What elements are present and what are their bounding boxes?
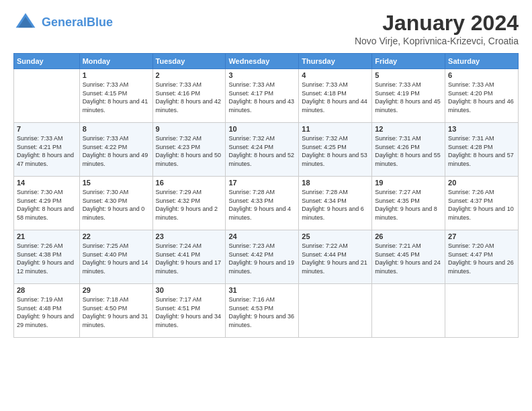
- calendar-cell: [299, 284, 372, 338]
- week-row-1: 1Sunrise: 7:33 AMSunset: 4:15 PMDaylight…: [14, 69, 519, 123]
- calendar-cell: 5Sunrise: 7:33 AMSunset: 4:19 PMDaylight…: [372, 69, 445, 123]
- day-info: Sunrise: 7:31 AMSunset: 4:28 PMDaylight:…: [448, 134, 515, 168]
- calendar-cell: 8Sunrise: 7:33 AMSunset: 4:22 PMDaylight…: [79, 123, 152, 177]
- calendar-cell: 1Sunrise: 7:33 AMSunset: 4:15 PMDaylight…: [79, 69, 152, 123]
- day-number: 28: [17, 286, 77, 294]
- day-info: Sunrise: 7:26 AMSunset: 4:37 PMDaylight:…: [448, 188, 515, 222]
- page: GeneralBlue January 2024 Novo Virje, Kop…: [0, 0, 532, 345]
- day-number: 20: [448, 179, 515, 187]
- day-number: 4: [302, 71, 369, 79]
- logo: GeneralBlue: [13, 11, 113, 35]
- weekday-header-tuesday: Tuesday: [152, 54, 226, 69]
- calendar-cell: 29Sunrise: 7:18 AMSunset: 4:50 PMDayligh…: [79, 284, 152, 338]
- day-number: 23: [156, 232, 223, 240]
- calendar-cell: 3Sunrise: 7:33 AMSunset: 4:17 PMDaylight…: [226, 69, 299, 123]
- logo-icon: [13, 11, 38, 35]
- calendar-cell: 18Sunrise: 7:28 AMSunset: 4:34 PMDayligh…: [299, 177, 372, 230]
- day-info: Sunrise: 7:23 AMSunset: 4:42 PMDaylight:…: [228, 242, 296, 275]
- day-number: 21: [17, 232, 77, 240]
- day-number: 16: [156, 179, 223, 187]
- week-row-5: 28Sunrise: 7:19 AMSunset: 4:48 PMDayligh…: [14, 284, 519, 338]
- day-info: Sunrise: 7:30 AMSunset: 4:30 PMDaylight:…: [83, 188, 150, 222]
- day-info: Sunrise: 7:33 AMSunset: 4:16 PMDaylight:…: [156, 81, 223, 114]
- calendar-cell: 14Sunrise: 7:30 AMSunset: 4:29 PMDayligh…: [14, 177, 80, 230]
- weekday-header-thursday: Thursday: [299, 54, 372, 69]
- day-number: 11: [302, 125, 369, 133]
- calendar-cell: 24Sunrise: 7:23 AMSunset: 4:42 PMDayligh…: [226, 230, 299, 284]
- day-info: Sunrise: 7:24 AMSunset: 4:41 PMDaylight:…: [156, 242, 223, 275]
- weekday-header-saturday: Saturday: [445, 54, 519, 69]
- day-info: Sunrise: 7:32 AMSunset: 4:23 PMDaylight:…: [156, 134, 223, 168]
- calendar-cell: 15Sunrise: 7:30 AMSunset: 4:30 PMDayligh…: [79, 177, 152, 230]
- day-number: 18: [302, 179, 369, 187]
- day-number: 29: [83, 286, 150, 294]
- day-number: 15: [83, 179, 150, 187]
- day-info: Sunrise: 7:18 AMSunset: 4:50 PMDaylight:…: [83, 295, 150, 329]
- weekday-header-wednesday: Wednesday: [226, 54, 299, 69]
- logo-text: GeneralBlue: [42, 15, 113, 30]
- day-info: Sunrise: 7:22 AMSunset: 4:44 PMDaylight:…: [302, 242, 369, 275]
- calendar-cell: 21Sunrise: 7:26 AMSunset: 4:38 PMDayligh…: [14, 230, 80, 284]
- calendar-cell: 17Sunrise: 7:28 AMSunset: 4:33 PMDayligh…: [226, 177, 299, 230]
- logo-general: General: [42, 15, 87, 29]
- weekday-header-sunday: Sunday: [14, 54, 80, 69]
- calendar-cell: 10Sunrise: 7:32 AMSunset: 4:24 PMDayligh…: [226, 123, 299, 177]
- day-info: Sunrise: 7:33 AMSunset: 4:22 PMDaylight:…: [83, 134, 150, 168]
- day-info: Sunrise: 7:28 AMSunset: 4:34 PMDaylight:…: [302, 188, 369, 222]
- day-number: 5: [375, 71, 442, 79]
- day-number: 31: [228, 286, 296, 294]
- calendar-cell: 31Sunrise: 7:16 AMSunset: 4:53 PMDayligh…: [226, 284, 299, 338]
- day-number: 1: [83, 71, 150, 79]
- week-row-2: 7Sunrise: 7:33 AMSunset: 4:21 PMDaylight…: [14, 123, 519, 177]
- day-number: 7: [17, 125, 77, 133]
- day-info: Sunrise: 7:31 AMSunset: 4:26 PMDaylight:…: [375, 134, 442, 168]
- day-number: 9: [156, 125, 223, 133]
- day-number: 8: [83, 125, 150, 133]
- calendar-cell: 2Sunrise: 7:33 AMSunset: 4:16 PMDaylight…: [152, 69, 226, 123]
- calendar-cell: 12Sunrise: 7:31 AMSunset: 4:26 PMDayligh…: [372, 123, 445, 177]
- calendar-cell: 13Sunrise: 7:31 AMSunset: 4:28 PMDayligh…: [445, 123, 519, 177]
- day-info: Sunrise: 7:33 AMSunset: 4:15 PMDaylight:…: [83, 81, 150, 114]
- day-info: Sunrise: 7:33 AMSunset: 4:18 PMDaylight:…: [302, 81, 369, 114]
- calendar-cell: 27Sunrise: 7:20 AMSunset: 4:47 PMDayligh…: [445, 230, 519, 284]
- calendar-cell: 19Sunrise: 7:27 AMSunset: 4:35 PMDayligh…: [372, 177, 445, 230]
- day-number: 27: [448, 232, 515, 240]
- day-number: 26: [375, 232, 442, 240]
- day-number: 3: [228, 71, 296, 79]
- title-area: January 2024 Novo Virje, Koprivnica-Kriz…: [355, 11, 519, 46]
- day-info: Sunrise: 7:26 AMSunset: 4:38 PMDaylight:…: [17, 242, 77, 275]
- calendar-cell: 22Sunrise: 7:25 AMSunset: 4:40 PMDayligh…: [79, 230, 152, 284]
- calendar-cell: 4Sunrise: 7:33 AMSunset: 4:18 PMDaylight…: [299, 69, 372, 123]
- logo-blue: Blue: [87, 15, 113, 29]
- calendar-cell: [14, 69, 80, 123]
- header: GeneralBlue January 2024 Novo Virje, Kop…: [13, 11, 519, 46]
- calendar-cell: 20Sunrise: 7:26 AMSunset: 4:37 PMDayligh…: [445, 177, 519, 230]
- day-number: 19: [375, 179, 442, 187]
- calendar-cell: 23Sunrise: 7:24 AMSunset: 4:41 PMDayligh…: [152, 230, 226, 284]
- day-info: Sunrise: 7:25 AMSunset: 4:40 PMDaylight:…: [83, 242, 150, 275]
- calendar-cell: 6Sunrise: 7:33 AMSunset: 4:20 PMDaylight…: [445, 69, 519, 123]
- calendar-cell: 30Sunrise: 7:17 AMSunset: 4:51 PMDayligh…: [152, 284, 226, 338]
- day-info: Sunrise: 7:33 AMSunset: 4:21 PMDaylight:…: [17, 134, 77, 168]
- calendar-cell: 25Sunrise: 7:22 AMSunset: 4:44 PMDayligh…: [299, 230, 372, 284]
- calendar-cell: 7Sunrise: 7:33 AMSunset: 4:21 PMDaylight…: [14, 123, 80, 177]
- calendar-table: SundayMondayTuesdayWednesdayThursdayFrid…: [13, 53, 519, 338]
- calendar-cell: 11Sunrise: 7:32 AMSunset: 4:25 PMDayligh…: [299, 123, 372, 177]
- day-info: Sunrise: 7:33 AMSunset: 4:19 PMDaylight:…: [375, 81, 442, 114]
- day-number: 30: [156, 286, 223, 294]
- day-number: 24: [228, 232, 296, 240]
- day-info: Sunrise: 7:17 AMSunset: 4:51 PMDaylight:…: [156, 295, 223, 329]
- calendar-cell: 28Sunrise: 7:19 AMSunset: 4:48 PMDayligh…: [14, 284, 80, 338]
- month-title: January 2024: [355, 11, 519, 36]
- weekday-header-monday: Monday: [79, 54, 152, 69]
- day-number: 12: [375, 125, 442, 133]
- day-number: 10: [228, 125, 296, 133]
- calendar-cell: 26Sunrise: 7:21 AMSunset: 4:45 PMDayligh…: [372, 230, 445, 284]
- week-row-4: 21Sunrise: 7:26 AMSunset: 4:38 PMDayligh…: [14, 230, 519, 284]
- day-info: Sunrise: 7:21 AMSunset: 4:45 PMDaylight:…: [375, 242, 442, 275]
- day-info: Sunrise: 7:19 AMSunset: 4:48 PMDaylight:…: [17, 295, 77, 329]
- location-title: Novo Virje, Koprivnica-Krizevci, Croatia: [355, 36, 519, 46]
- calendar-cell: [445, 284, 519, 338]
- day-number: 14: [17, 179, 77, 187]
- day-info: Sunrise: 7:32 AMSunset: 4:24 PMDaylight:…: [228, 134, 296, 168]
